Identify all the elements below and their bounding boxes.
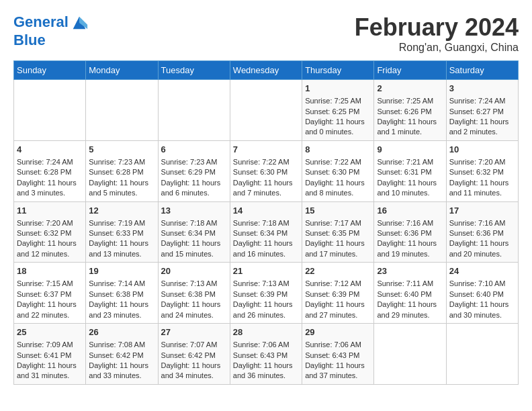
day-content: Daylight: 11 hours and 11 minutes.	[449, 178, 515, 199]
calendar-cell	[158, 80, 230, 141]
day-content: Sunrise: 7:07 AM	[161, 340, 227, 350]
day-content: Sunset: 6:32 PM	[17, 228, 83, 238]
day-content: Sunrise: 7:14 AM	[89, 279, 154, 289]
day-content: Daylight: 11 hours and 12 minutes.	[17, 238, 83, 259]
day-content: Sunrise: 7:16 AM	[377, 218, 443, 228]
day-content: Sunrise: 7:19 AM	[89, 218, 154, 228]
day-content: Sunset: 6:27 PM	[449, 107, 515, 117]
day-content: Sunrise: 7:17 AM	[305, 218, 371, 228]
calendar-cell: 23Sunrise: 7:11 AMSunset: 6:40 PMDayligh…	[374, 263, 446, 324]
calendar-cell: 1Sunrise: 7:25 AMSunset: 6:25 PMDaylight…	[302, 80, 374, 141]
day-content: Daylight: 11 hours and 19 minutes.	[377, 238, 443, 259]
day-content: Sunrise: 7:25 AM	[305, 96, 371, 106]
calendar-cell: 3Sunrise: 7:24 AMSunset: 6:27 PMDaylight…	[446, 80, 518, 141]
day-content: Daylight: 11 hours and 27 minutes.	[305, 300, 371, 320]
day-header: Wednesday	[230, 61, 302, 80]
day-content: Sunset: 6:43 PM	[305, 351, 371, 361]
day-content: Daylight: 11 hours and 37 minutes.	[305, 361, 371, 381]
day-number: 14	[233, 205, 299, 217]
calendar-cell: 14Sunrise: 7:18 AMSunset: 6:34 PMDayligh…	[230, 201, 302, 263]
day-content: Sunrise: 7:22 AM	[305, 157, 371, 167]
calendar-cell: 11Sunrise: 7:20 AMSunset: 6:32 PMDayligh…	[14, 201, 86, 263]
day-content: Sunset: 6:37 PM	[17, 289, 83, 300]
day-content: Daylight: 11 hours and 36 minutes.	[233, 361, 299, 381]
calendar-cell	[86, 80, 158, 141]
day-number: 7	[233, 144, 299, 156]
day-number: 4	[17, 144, 83, 156]
day-content: Sunset: 6:41 PM	[17, 351, 83, 361]
day-number: 23	[377, 265, 443, 277]
day-content: Daylight: 11 hours and 26 minutes.	[233, 300, 299, 320]
day-content: Sunset: 6:38 PM	[89, 289, 154, 300]
day-number: 1	[305, 83, 371, 95]
day-content: Sunrise: 7:10 AM	[449, 279, 515, 289]
calendar-cell: 10Sunrise: 7:20 AMSunset: 6:32 PMDayligh…	[446, 140, 518, 201]
day-content: Sunrise: 7:21 AM	[377, 157, 443, 167]
day-content: Sunrise: 7:24 AM	[17, 157, 83, 167]
calendar-cell: 25Sunrise: 7:09 AMSunset: 6:41 PMDayligh…	[14, 324, 86, 385]
day-header: Monday	[86, 61, 158, 80]
logo-text: General	[13, 13, 89, 32]
day-number: 8	[305, 144, 371, 156]
calendar-cell: 2Sunrise: 7:25 AMSunset: 6:26 PMDaylight…	[374, 80, 446, 141]
day-content: Sunset: 6:28 PM	[89, 167, 154, 177]
calendar-cell: 24Sunrise: 7:10 AMSunset: 6:40 PMDayligh…	[446, 263, 518, 324]
day-header: Thursday	[302, 61, 374, 80]
calendar-cell: 5Sunrise: 7:23 AMSunset: 6:28 PMDaylight…	[86, 140, 158, 201]
calendar-cell: 8Sunrise: 7:22 AMSunset: 6:30 PMDaylight…	[302, 140, 374, 201]
page-header: General Blue February 2024 Rong'an, Guan…	[13, 13, 519, 54]
day-content: Sunset: 6:43 PM	[233, 351, 299, 361]
day-content: Sunset: 6:34 PM	[161, 228, 227, 238]
day-content: Sunset: 6:25 PM	[305, 107, 371, 117]
calendar-cell: 27Sunrise: 7:07 AMSunset: 6:42 PMDayligh…	[158, 324, 230, 385]
calendar-cell: 15Sunrise: 7:17 AMSunset: 6:35 PMDayligh…	[302, 201, 374, 263]
day-content: Daylight: 11 hours and 3 minutes.	[17, 178, 83, 199]
day-number: 25	[17, 326, 83, 338]
day-content: Daylight: 11 hours and 2 minutes.	[449, 117, 515, 138]
calendar-cell	[446, 324, 518, 385]
calendar-week-row: 11Sunrise: 7:20 AMSunset: 6:32 PMDayligh…	[14, 201, 519, 263]
day-number: 16	[377, 205, 443, 217]
logo-blue: Blue	[13, 32, 89, 48]
day-content: Sunrise: 7:20 AM	[17, 218, 83, 228]
calendar-body: 1Sunrise: 7:25 AMSunset: 6:25 PMDaylight…	[14, 80, 519, 385]
day-number: 6	[161, 144, 227, 156]
day-content: Sunrise: 7:08 AM	[89, 340, 154, 350]
day-content: Sunrise: 7:13 AM	[233, 279, 299, 289]
day-number: 9	[377, 144, 443, 156]
day-content: Sunrise: 7:23 AM	[161, 157, 227, 167]
day-content: Sunrise: 7:24 AM	[449, 96, 515, 106]
day-number: 26	[89, 326, 154, 338]
day-content: Sunset: 6:30 PM	[305, 167, 371, 177]
day-number: 10	[449, 144, 515, 156]
day-content: Sunrise: 7:13 AM	[161, 279, 227, 289]
day-number: 20	[161, 265, 227, 277]
day-content: Daylight: 11 hours and 16 minutes.	[233, 238, 299, 259]
day-number: 17	[449, 205, 515, 217]
day-content: Daylight: 11 hours and 31 minutes.	[17, 361, 83, 381]
day-content: Sunset: 6:28 PM	[17, 167, 83, 177]
calendar-week-row: 18Sunrise: 7:15 AMSunset: 6:37 PMDayligh…	[14, 263, 519, 324]
calendar-cell: 22Sunrise: 7:12 AMSunset: 6:39 PMDayligh…	[302, 263, 374, 324]
calendar-cell: 18Sunrise: 7:15 AMSunset: 6:37 PMDayligh…	[14, 263, 86, 324]
calendar-cell: 9Sunrise: 7:21 AMSunset: 6:31 PMDaylight…	[374, 140, 446, 201]
day-content: Sunset: 6:40 PM	[377, 289, 443, 300]
day-number: 18	[17, 265, 83, 277]
calendar-cell: 4Sunrise: 7:24 AMSunset: 6:28 PMDaylight…	[14, 140, 86, 201]
day-number: 3	[449, 83, 515, 95]
day-content: Sunrise: 7:06 AM	[233, 340, 299, 350]
day-content: Daylight: 11 hours and 13 minutes.	[89, 238, 154, 259]
day-content: Sunset: 6:31 PM	[377, 167, 443, 177]
calendar-cell: 26Sunrise: 7:08 AMSunset: 6:42 PMDayligh…	[86, 324, 158, 385]
day-content: Sunset: 6:35 PM	[305, 228, 371, 238]
day-content: Daylight: 11 hours and 17 minutes.	[305, 238, 371, 259]
month-title: February 2024	[355, 13, 519, 42]
day-content: Daylight: 11 hours and 15 minutes.	[161, 238, 227, 259]
day-content: Sunset: 6:29 PM	[161, 167, 227, 177]
calendar-cell: 6Sunrise: 7:23 AMSunset: 6:29 PMDaylight…	[158, 140, 230, 201]
day-content: Sunset: 6:34 PM	[233, 228, 299, 238]
day-number: 21	[233, 265, 299, 277]
calendar-table: SundayMondayTuesdayWednesdayThursdayFrid…	[13, 60, 519, 385]
location: Rong'an, Guangxi, China	[355, 42, 519, 54]
calendar-cell: 17Sunrise: 7:16 AMSunset: 6:36 PMDayligh…	[446, 201, 518, 263]
